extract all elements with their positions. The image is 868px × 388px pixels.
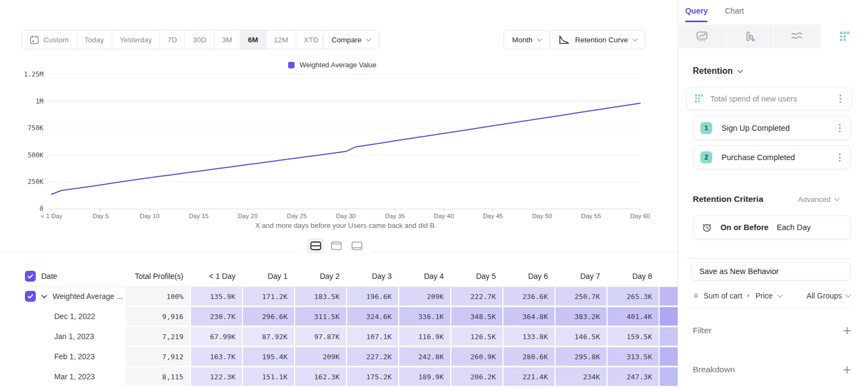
retention-cell[interactable]: 296.6K bbox=[243, 307, 294, 326]
col-header-total-profile-s-: Total Profile(s) bbox=[126, 267, 190, 285]
retention-cell[interactable]: 222.7K bbox=[451, 287, 502, 306]
retention-cell[interactable]: 195.4K bbox=[243, 347, 294, 366]
row-date-label: Jan 1, 2023 bbox=[54, 332, 94, 341]
retention-cell-clipped[interactable] bbox=[660, 307, 678, 326]
view-toggle-header-bottom[interactable] bbox=[348, 238, 366, 253]
retention-cell[interactable]: 260.9K bbox=[451, 347, 502, 366]
retention-cell[interactable]: 162.3K bbox=[295, 367, 346, 386]
breakdown-label: Breakdown bbox=[693, 365, 735, 374]
kebab-menu-icon[interactable] bbox=[835, 153, 845, 162]
retention-cell[interactable]: 151.1K bbox=[243, 367, 294, 386]
retention-cell[interactable]: 206.2K bbox=[451, 367, 502, 386]
retention-cell[interactable]: 126.5K bbox=[451, 327, 502, 346]
retention-cell[interactable]: 133.8K bbox=[503, 327, 554, 346]
save-as-new-behavior-button[interactable]: Save as New Behavior bbox=[691, 262, 851, 281]
criteria-window: Each Day bbox=[777, 223, 811, 232]
retention-cell[interactable]: 67.99K bbox=[191, 327, 242, 346]
retention-cell[interactable]: 87.92K bbox=[243, 327, 294, 346]
report-flows-button[interactable] bbox=[774, 24, 821, 48]
main-panel: CustomTodayYesterday7D30D3M6M12MXTD Comp… bbox=[0, 0, 678, 388]
retention-cell[interactable]: 313.5K bbox=[608, 347, 659, 366]
select-all-checkbox[interactable] bbox=[25, 271, 36, 282]
measure-row[interactable]: # Sum of cart Price All Groups bbox=[694, 286, 850, 306]
retention-cell[interactable]: 364.8K bbox=[503, 307, 554, 326]
step-2-card[interactable]: 2 Purchase Completed bbox=[693, 145, 851, 169]
retention-cell-clipped[interactable] bbox=[660, 347, 678, 366]
criteria-mode-dropdown[interactable]: Advanced bbox=[798, 195, 839, 203]
retention-cell[interactable]: 324.6K bbox=[347, 307, 398, 326]
retention-cell[interactable]: 247.3K bbox=[608, 367, 659, 386]
col-header-day-3: Day 3 bbox=[347, 267, 398, 285]
caret-right-icon bbox=[748, 294, 750, 297]
retention-cell[interactable]: 265.3K bbox=[608, 287, 659, 306]
criteria-condition-card[interactable]: On or Before Each Day bbox=[693, 215, 851, 239]
retention-section-heading[interactable]: Retention bbox=[693, 66, 742, 76]
add-filter-button[interactable] bbox=[843, 327, 851, 335]
retention-cell[interactable]: 227.2K bbox=[347, 347, 398, 366]
svg-text:Day 5: Day 5 bbox=[92, 213, 108, 219]
retention-cell[interactable]: 311.5K bbox=[295, 307, 346, 326]
kebab-menu-icon[interactable] bbox=[835, 124, 845, 132]
retention-cell[interactable]: 171.2K bbox=[243, 287, 294, 306]
retention-cell[interactable]: 163.7K bbox=[191, 347, 242, 366]
retention-cell[interactable]: 234K bbox=[556, 367, 607, 386]
svg-text:Day 20: Day 20 bbox=[238, 213, 257, 219]
col-header-day-6: Day 6 bbox=[503, 267, 554, 285]
tab-query[interactable]: Query bbox=[685, 7, 708, 15]
retention-cell[interactable]: 97.87K bbox=[295, 327, 346, 346]
table-row-label: Mar 1, 2023 bbox=[22, 367, 125, 386]
col-header-day-8: Day 8 bbox=[608, 267, 659, 285]
date-header-label: Date bbox=[41, 272, 58, 281]
behavior-title: Total spend of new users bbox=[710, 94, 835, 103]
retention-cell[interactable]: 183.5K bbox=[295, 287, 346, 306]
report-insights-button[interactable] bbox=[679, 24, 726, 48]
retention-cell[interactable]: 401.4K bbox=[608, 307, 659, 326]
view-toggle-split-rows[interactable] bbox=[307, 238, 324, 253]
retention-cell[interactable]: 175.2K bbox=[347, 367, 398, 386]
view-toggle-header-top[interactable] bbox=[328, 238, 345, 253]
groups-dropdown[interactable]: All Groups bbox=[807, 291, 850, 300]
retention-cell[interactable]: 122.3K bbox=[191, 367, 242, 386]
col-header-day-1: Day 1 bbox=[243, 267, 294, 285]
retention-cell[interactable]: 280.6K bbox=[503, 347, 554, 366]
retention-cell[interactable]: 135.9K bbox=[191, 287, 242, 306]
row-expand-chevron-icon[interactable] bbox=[41, 295, 47, 298]
cell-total-profiles: 9,916 bbox=[126, 307, 190, 326]
kebab-menu-icon[interactable] bbox=[835, 94, 845, 103]
behavior-card[interactable]: Total spend of new users bbox=[686, 87, 852, 110]
retention-cell[interactable]: 159.5K bbox=[608, 327, 659, 346]
retention-cell-clipped[interactable] bbox=[660, 327, 678, 346]
retention-cell[interactable]: 107.1K bbox=[347, 327, 398, 346]
retention-cell[interactable]: 116.9K bbox=[399, 327, 450, 346]
retention-cell[interactable]: 196.6K bbox=[347, 287, 398, 306]
retention-cell[interactable]: 189.9K bbox=[399, 367, 450, 386]
retention-cell[interactable]: 295.8K bbox=[556, 347, 607, 366]
retention-criteria-heading: Retention Criteria bbox=[693, 194, 763, 204]
criteria-heading-label: Retention Criteria bbox=[693, 194, 763, 204]
col-header--1-day: < 1 Day bbox=[191, 267, 242, 285]
tab-chart[interactable]: Chart bbox=[725, 7, 744, 15]
retention-cell[interactable]: 242.8K bbox=[399, 347, 450, 366]
chevron-down-icon bbox=[846, 292, 851, 297]
save-behavior-label: Save as New Behavior bbox=[699, 267, 779, 276]
report-funnels-button[interactable] bbox=[726, 24, 774, 48]
step-1-card[interactable]: 1 Sign Up Completed bbox=[693, 116, 851, 140]
retention-cell[interactable]: 230.7K bbox=[191, 307, 242, 326]
retention-cell[interactable]: 146.5K bbox=[556, 327, 607, 346]
retention-cell[interactable]: 209K bbox=[399, 287, 450, 306]
measure-property: Price bbox=[755, 291, 773, 300]
svg-text:Day 50: Day 50 bbox=[532, 213, 552, 219]
retention-cell-clipped[interactable] bbox=[660, 367, 678, 386]
add-breakdown-button[interactable] bbox=[843, 366, 851, 374]
row-checkbox[interactable] bbox=[25, 291, 36, 302]
retention-cell[interactable]: 383.2K bbox=[556, 307, 607, 326]
report-retention-button[interactable] bbox=[821, 24, 868, 48]
retention-cell[interactable]: 209K bbox=[295, 347, 346, 366]
col-header-date: Date bbox=[22, 267, 125, 285]
retention-cell[interactable]: 221.4K bbox=[503, 367, 554, 386]
retention-cell[interactable]: 348.5K bbox=[451, 307, 502, 326]
retention-cell[interactable]: 336.1K bbox=[399, 307, 450, 326]
retention-cell[interactable]: 236.6K bbox=[503, 287, 554, 306]
retention-cell[interactable]: 250.7K bbox=[556, 287, 607, 306]
retention-cell-clipped[interactable] bbox=[660, 287, 678, 306]
